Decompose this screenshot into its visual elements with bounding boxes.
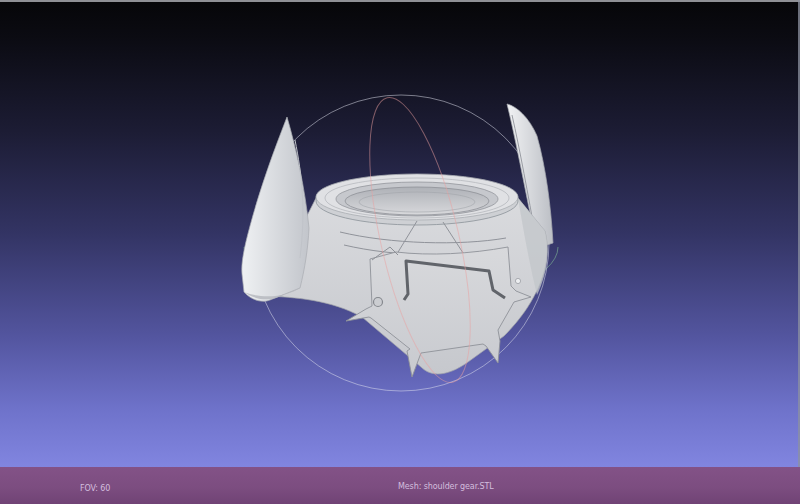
mesh-model	[242, 104, 553, 377]
hud-fov: FOV: 60	[80, 485, 142, 492]
window-top-border	[0, 0, 800, 2]
left-horn	[242, 117, 309, 301]
meshlab-window: FOV: 60 FPS: 476.2 BO_RENDERING Mesh: sh…	[0, 0, 800, 504]
plate-pin	[515, 278, 520, 283]
hud-mesh-name: Mesh: shoulder gear.STL	[398, 483, 494, 490]
3d-viewport[interactable]	[0, 0, 800, 467]
hud-mesh-info: Mesh: shoulder gear.STL Vertices: 319,78…	[398, 468, 494, 504]
status-bar: FOV: 60 FPS: 476.2 BO_RENDERING Mesh: sh…	[0, 467, 800, 504]
hud-render-info: FOV: 60 FPS: 476.2 BO_RENDERING	[80, 470, 142, 504]
mesh-scene	[0, 0, 800, 467]
collar-ring	[316, 174, 518, 225]
plate-hole	[374, 298, 383, 307]
